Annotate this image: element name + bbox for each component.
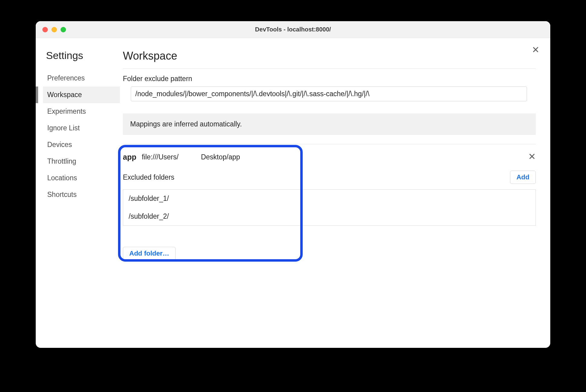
excluded-folder-item[interactable]: /subfolder_2/: [123, 207, 535, 225]
excluded-header: Excluded folders Add: [123, 171, 536, 184]
folder-path-left: file:///Users/: [142, 153, 178, 161]
folder-path: file:///Users/ Desktop/app: [142, 153, 240, 161]
sidebar-item-locations[interactable]: Locations: [43, 170, 120, 186]
workspace-folder-block: app file:///Users/ Desktop/app ✕ Exclude…: [123, 153, 536, 260]
sidebar-item-experiments[interactable]: Experiments: [43, 103, 120, 120]
add-folder-button[interactable]: Add folder…: [123, 247, 176, 260]
info-message: Mappings are inferred automatically.: [123, 113, 536, 135]
exclude-pattern-label: Folder exclude pattern: [123, 75, 536, 83]
page-title: Workspace: [123, 50, 536, 62]
divider: [123, 144, 536, 144]
exclude-pattern-input[interactable]: [131, 87, 527, 101]
traffic-lights: [36, 27, 66, 32]
folder-path-right: Desktop/app: [201, 153, 240, 161]
sidebar-item-preferences[interactable]: Preferences: [43, 70, 120, 87]
sidebar-item-shortcuts[interactable]: Shortcuts: [43, 186, 120, 203]
sidebar: Settings Preferences Workspace Experimen…: [36, 38, 120, 348]
close-window-button[interactable]: [42, 27, 48, 32]
sidebar-item-ignore-list[interactable]: Ignore List: [43, 120, 120, 136]
folder-header: app file:///Users/ Desktop/app ✕: [123, 153, 536, 162]
sidebar-item-devices[interactable]: Devices: [43, 136, 120, 153]
maximize-window-button[interactable]: [61, 27, 66, 32]
content: Settings Preferences Workspace Experimen…: [36, 38, 550, 348]
titlebar: DevTools - localhost:8000/: [36, 21, 550, 38]
add-folder-row: Add folder…: [123, 247, 536, 260]
add-excluded-button[interactable]: Add: [510, 171, 536, 184]
minimize-window-button[interactable]: [51, 27, 57, 32]
devtools-window: DevTools - localhost:8000/ Settings Pref…: [36, 21, 550, 348]
divider: [123, 68, 536, 69]
excluded-folders-list: /subfolder_1/ /subfolder_2/: [123, 189, 536, 226]
sidebar-title: Settings: [43, 50, 120, 61]
main-panel: ✕ Workspace Folder exclude pattern Mappi…: [120, 38, 550, 348]
excluded-folders-label: Excluded folders: [123, 173, 174, 181]
excluded-folder-item[interactable]: /subfolder_1/: [123, 190, 535, 207]
window-title: DevTools - localhost:8000/: [36, 26, 550, 33]
sidebar-item-throttling[interactable]: Throttling: [43, 153, 120, 170]
close-icon[interactable]: ✕: [532, 45, 539, 54]
sidebar-item-workspace[interactable]: Workspace: [43, 87, 120, 103]
remove-folder-icon[interactable]: ✕: [528, 152, 536, 161]
folder-name: app: [123, 153, 136, 162]
